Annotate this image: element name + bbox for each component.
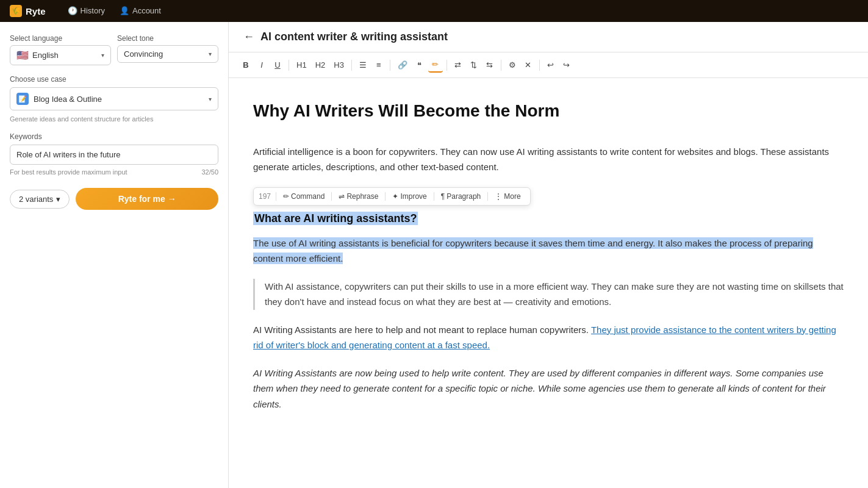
- document-title: Why AI Writers Will Become the Norm: [253, 96, 844, 126]
- improve-icon: ✦: [392, 192, 398, 201]
- editor-content: Why AI Writers Will Become the Norm Arti…: [253, 96, 844, 412]
- link-button[interactable]: 🔗: [394, 58, 411, 72]
- intro-paragraph: Artificial intelligence is a boon for co…: [253, 144, 844, 175]
- logo-text: Ryte: [26, 6, 46, 16]
- toolbar-sep-3: [390, 60, 390, 71]
- word-count: 197: [259, 190, 271, 203]
- toolbar-sep-6: [539, 60, 540, 71]
- list-ol-button[interactable]: ≡: [371, 58, 386, 72]
- h1-button[interactable]: H1: [293, 58, 310, 72]
- align-right-button[interactable]: ⇆: [482, 58, 497, 72]
- ryte-for-me-button[interactable]: Ryte for me →: [76, 188, 218, 210]
- section2-paragraph: AI Writing Assistants are here to help a…: [253, 322, 844, 353]
- highlighted-text: The use of AI writing assistants is bene…: [253, 237, 813, 265]
- toolbar-sep-5: [501, 60, 501, 71]
- use-case-icon: 📝: [16, 93, 29, 105]
- flag-icon: 🇺🇸: [16, 49, 29, 61]
- history-icon: 🕐: [68, 6, 77, 15]
- float-sep-2: [331, 192, 332, 201]
- editor-scroll-area[interactable]: Why AI Writers Will Become the Norm Arti…: [229, 78, 868, 488]
- float-sep-4: [434, 192, 434, 201]
- language-chevron-icon: ▾: [101, 52, 104, 59]
- logo-icon: 🌾: [10, 5, 22, 17]
- h2-button[interactable]: H2: [312, 58, 329, 72]
- align-center-button[interactable]: ⇅: [467, 58, 481, 72]
- main-layout: Select language 🇺🇸 English ▾ Select tone…: [0, 22, 868, 488]
- nav-history-label: History: [81, 6, 105, 15]
- section1-heading-block: What are AI writing assistants?: [253, 209, 844, 228]
- bottom-controls: 2 variants ▾ Ryte for me →: [10, 188, 218, 210]
- align-left-button[interactable]: ⇄: [451, 58, 465, 72]
- more-label: More: [504, 192, 520, 201]
- language-tone-row: Select language 🇺🇸 English ▾ Select tone…: [10, 34, 218, 65]
- variants-button[interactable]: 2 variants ▾: [10, 190, 70, 209]
- bold-button[interactable]: B: [239, 58, 253, 72]
- float-sep-1: [276, 192, 276, 201]
- keywords-group: Keywords For best results provide maximu…: [10, 132, 218, 176]
- more-button[interactable]: ⋮ More: [490, 190, 525, 203]
- improve-label: Improve: [400, 192, 426, 201]
- tone-field: Select tone Convincing ▾: [117, 34, 218, 65]
- nav-item-account[interactable]: 👤 Account: [112, 2, 168, 20]
- use-case-chevron-icon: ▾: [209, 96, 212, 102]
- tone-chevron-icon: ▾: [209, 51, 212, 57]
- toolbar-sep-1: [289, 60, 289, 71]
- keywords-label: Keywords: [10, 132, 218, 141]
- language-field: Select language 🇺🇸 English ▾: [10, 34, 111, 65]
- ryte-btn-label: Ryte for me →: [118, 194, 176, 204]
- section1-highlighted-paragraph: The use of AI writing assistants is bene…: [253, 235, 844, 267]
- account-icon: 👤: [120, 6, 129, 15]
- content-title: AI content writer & writing assistant: [260, 30, 448, 43]
- language-label: Select language: [10, 34, 111, 43]
- highlight-button[interactable]: ✏: [428, 57, 443, 73]
- redo-button[interactable]: ↪: [559, 58, 574, 72]
- rephrase-icon: ⇌: [339, 192, 345, 201]
- settings-button[interactable]: ⚙: [505, 58, 520, 72]
- nav-account-label: Account: [132, 6, 161, 15]
- floating-toolbar: 197 ✏ Command ⇌ Rephrase ✦ Improve: [253, 187, 531, 206]
- command-button[interactable]: ✏ Command: [279, 190, 329, 203]
- italic-button[interactable]: I: [254, 58, 269, 72]
- undo-button[interactable]: ↩: [543, 58, 558, 72]
- use-case-select[interactable]: 📝 Blog Idea & Outline ▾: [10, 87, 218, 110]
- keywords-count: 32/50: [201, 168, 218, 176]
- h3-button[interactable]: H3: [330, 58, 348, 72]
- command-label: Command: [291, 192, 325, 201]
- keywords-hint-row: For best results provide maximum input 3…: [10, 168, 218, 176]
- rephrase-button[interactable]: ⇌ Rephrase: [334, 190, 382, 203]
- improve-button[interactable]: ✦ Improve: [388, 190, 431, 203]
- back-button[interactable]: ←: [243, 30, 254, 43]
- float-sep-3: [385, 192, 386, 201]
- use-case-hint: Generate ideas and content structure for…: [10, 115, 218, 123]
- float-sep-5: [487, 192, 488, 201]
- tone-label: Select tone: [117, 34, 218, 43]
- nav-item-history[interactable]: 🕐 History: [60, 2, 112, 20]
- language-value: English: [32, 51, 59, 60]
- use-case-label: Choose use case: [10, 75, 218, 84]
- tone-value: Convincing: [124, 49, 163, 59]
- variants-label: 2 variants: [19, 195, 53, 204]
- keywords-input[interactable]: [10, 145, 218, 165]
- underline-button[interactable]: U: [270, 58, 285, 72]
- use-case-group: Choose use case 📝 Blog Idea & Outline ▾ …: [10, 75, 218, 123]
- list-ul-button[interactable]: ☰: [356, 58, 370, 72]
- logo-link[interactable]: 🌾 Ryte: [10, 5, 46, 17]
- toolbar-sep-2: [351, 60, 352, 71]
- content-header: ← AI content writer & writing assistant: [229, 22, 868, 52]
- section1-heading: What are AI writing assistants?: [253, 212, 418, 225]
- paragraph-button[interactable]: ¶ Paragraph: [437, 190, 486, 203]
- top-navigation: 🌾 Ryte 🕐 History 👤 Account: [0, 0, 868, 22]
- more-icon: ⋮: [495, 192, 502, 201]
- blockquote: With AI assistance, copywriters can put …: [253, 279, 844, 310]
- rephrase-label: Rephrase: [346, 192, 378, 201]
- toolbar-sep-4: [447, 60, 447, 71]
- language-select[interactable]: 🇺🇸 English ▾: [10, 45, 111, 65]
- variants-chevron-icon: ▾: [56, 195, 60, 204]
- content-area: ← AI content writer & writing assistant …: [229, 22, 868, 488]
- tone-select[interactable]: Convincing ▾: [117, 45, 218, 63]
- quote-button[interactable]: ❝: [412, 58, 427, 72]
- section3-paragraph: AI Writing Assistants are now being used…: [253, 365, 844, 412]
- paragraph-label: Paragraph: [447, 192, 481, 201]
- clear-format-button[interactable]: ✕: [521, 58, 536, 72]
- keywords-hint-text: For best results provide maximum input: [10, 168, 127, 176]
